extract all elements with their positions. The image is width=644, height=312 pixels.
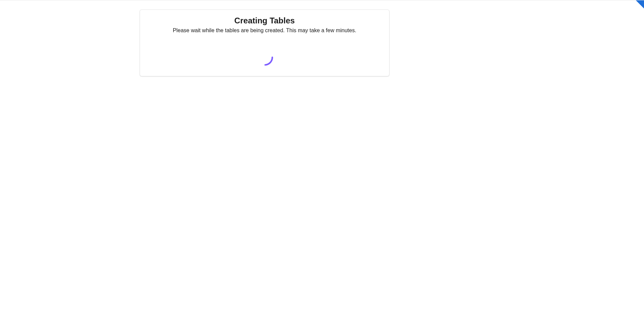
loading-spinner-icon [255, 48, 274, 67]
card-title: Creating Tables [234, 16, 295, 25]
card-subtitle: Please wait while the tables are being c… [173, 27, 356, 34]
spinner-container [255, 47, 275, 67]
spinner-arc [257, 50, 272, 65]
corner-accent [636, 0, 644, 8]
status-card: Creating Tables Please wait while the ta… [140, 9, 389, 76]
